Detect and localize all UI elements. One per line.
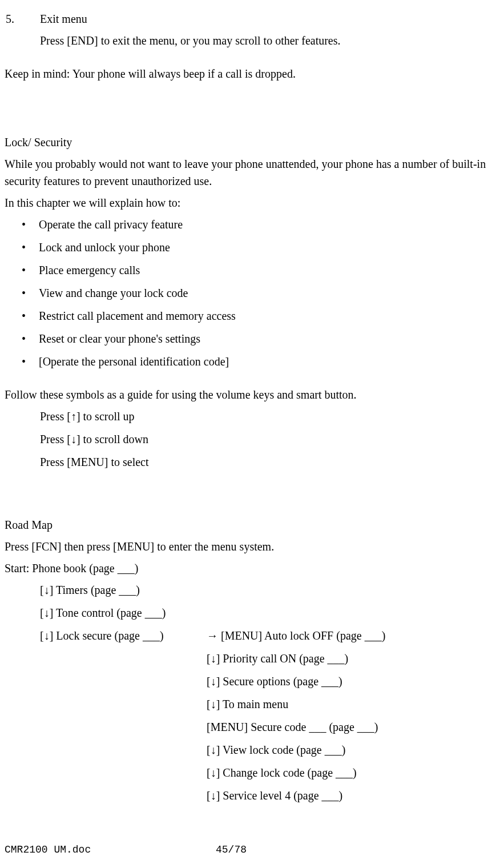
bullet-item: Place emergency calls xyxy=(5,262,487,279)
roadmap-right-item: [↓] Service level 4 (page ___) xyxy=(207,787,487,804)
roadmap-right-item: [↓] To main menu xyxy=(207,696,487,713)
footer-page-number: 45/78 xyxy=(216,842,247,858)
bullet-item: View and change your lock code xyxy=(5,284,487,302)
footer-filename: CMR2100 UM.doc xyxy=(5,842,216,858)
lock-security-explain: In this chapter we will explain how to: xyxy=(5,194,487,211)
roadmap-right-item: → [MENU] Auto lock OFF (page ___) xyxy=(207,627,487,644)
roadmap-right-item: [↓] Change lock code (page ___) xyxy=(207,764,487,781)
step-title: Exit menu xyxy=(40,10,487,27)
roadmap-row: [↓] Lock secure (page ___) → [MENU] Auto… xyxy=(40,627,487,815)
roadmap-start: Start: Phone book (page ___) xyxy=(5,560,487,577)
symbol-line: Press [MENU] to select xyxy=(40,453,487,471)
bullet-item: [Operate the personal identification cod… xyxy=(5,353,487,370)
bullet-item: Restrict call placement and memory acces… xyxy=(5,307,487,324)
bullet-item: Operate the call privacy feature xyxy=(5,216,487,233)
roadmap-right-item: [↓] Priority call ON (page ___) xyxy=(207,650,487,667)
symbol-line: Press [↓] to scroll down xyxy=(40,431,487,448)
symbols-guide-intro: Follow these symbols as a guide for usin… xyxy=(5,386,487,403)
step-body: Press [END] to exit the menu, or you may… xyxy=(40,32,487,49)
symbol-line: Press [↑] to scroll up xyxy=(40,408,487,425)
step-content: Exit menu Press [END] to exit the menu, … xyxy=(40,10,487,49)
page-footer: CMR2100 UM.doc 45/78 xyxy=(5,842,487,858)
roadmap-right-column: → [MENU] Auto lock OFF (page ___) [↓] Pr… xyxy=(207,627,487,810)
roadmap-left-item: [↓] Timers (page ___) xyxy=(40,581,487,598)
roadmap-left-item: [↓] Lock secure (page ___) xyxy=(40,627,207,810)
bullet-item: Lock and unlock your phone xyxy=(5,239,487,256)
roadmap-tree: [↓] Timers (page ___) [↓] Tone control (… xyxy=(5,581,487,815)
roadmap-left-item: [↓] Tone control (page ___) xyxy=(40,604,487,621)
lock-security-intro: While you probably would not want to lea… xyxy=(5,155,487,190)
roadmap-heading: Road Map xyxy=(5,516,487,533)
roadmap-right-item: [↓] Secure options (page ___) xyxy=(207,673,487,690)
step-5: 5. Exit menu Press [END] to exit the men… xyxy=(5,10,487,49)
symbols-guide-list: Press [↑] to scroll up Press [↓] to scro… xyxy=(5,408,487,471)
bullet-item: Reset or clear your phone's settings xyxy=(5,330,487,347)
lock-security-heading: Lock/ Security xyxy=(5,134,487,151)
roadmap-right-item: [↓] View lock code (page ___) xyxy=(207,741,487,758)
roadmap-right-item: [MENU] Secure code ___ (page ___) xyxy=(207,718,487,736)
step-number: 5. xyxy=(5,10,40,49)
feature-bullet-list: Operate the call privacy feature Lock an… xyxy=(5,216,487,370)
keep-in-mind-note: Keep in mind: Your phone will always bee… xyxy=(5,65,487,82)
roadmap-instruction: Press [FCN] then press [MENU] to enter t… xyxy=(5,538,487,555)
